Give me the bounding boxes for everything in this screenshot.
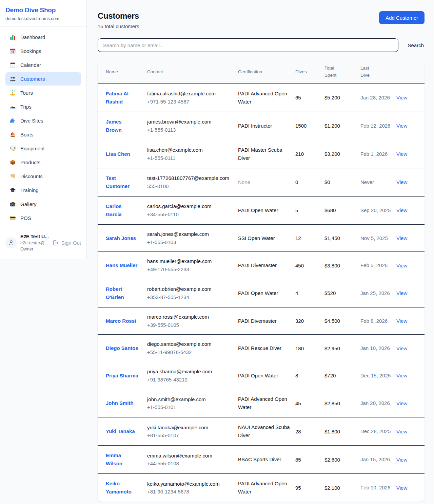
customer-total-spent: $4,500 — [324, 318, 340, 324]
sidebar-item-label: Boats — [20, 132, 33, 137]
customer-dives: 65 — [295, 95, 301, 100]
customer-dives: 85 — [295, 457, 301, 463]
view-customer-link[interactable]: View — [396, 151, 407, 157]
total-spent-cell: $2,950 — [324, 335, 360, 362]
customer-dives: 450 — [295, 263, 304, 268]
table-row: Lisa Chen lisa.chen@example.com +1-555-0… — [98, 140, 425, 168]
customer-phone: +353-87-555-1234 — [147, 294, 233, 301]
customer-total-spent: $2,850 — [324, 400, 340, 406]
name-cell: Sarah Jones — [98, 224, 147, 252]
column-header: Dives — [295, 60, 324, 83]
customer-phone: +91-98765-43210 — [147, 376, 233, 384]
sidebar-item-pos[interactable]: POS — [5, 211, 81, 225]
customer-name-link[interactable]: Lisa Chen — [106, 150, 130, 158]
customer-name-link[interactable]: Robert O'Brien — [106, 285, 138, 301]
customer-phone: 555-0100 — [147, 183, 233, 190]
view-customer-link[interactable]: View — [396, 429, 407, 434]
sidebar-item-training[interactable]: Training — [5, 184, 81, 197]
action-cell: View — [396, 224, 425, 252]
table-row: Priya Sharma priya.sharma@example.com +9… — [98, 362, 425, 389]
customer-dives: 95 — [295, 485, 301, 491]
customer-email: keiko.yamamoto@example.com — [147, 480, 233, 488]
sidebar-item-dashboard[interactable]: Dashboard — [5, 31, 81, 44]
view-customer-link[interactable]: View — [396, 263, 407, 268]
dives-cell: 180 — [295, 335, 324, 362]
customer-email: priya.sharma@example.com — [147, 368, 233, 375]
view-customer-link[interactable]: View — [396, 95, 407, 100]
contact-cell: hans.mueller@example.com +49-170-555-223… — [147, 252, 238, 279]
name-cell: Yuki Tanaka — [98, 417, 147, 446]
column-header — [396, 60, 425, 83]
sidebar-item-discounts[interactable]: Discounts — [5, 170, 81, 183]
sidebar-item-trips[interactable]: Trips — [5, 100, 81, 113]
sidebar-item-bookings[interactable]: Bookings — [5, 44, 81, 58]
customer-certification: BSAC Sports Diver — [238, 455, 291, 464]
contact-cell: fatima.alrashid@example.com +971-55-123-… — [147, 83, 238, 112]
customer-email: james.brown@example.com — [147, 118, 233, 126]
customer-name-link[interactable]: Priya Sharma — [106, 372, 138, 380]
view-customer-link[interactable]: View — [396, 290, 407, 296]
certification-cell: PADI Open Water — [238, 196, 295, 224]
customer-name-link[interactable]: Sarah Jones — [106, 234, 136, 242]
contact-cell: carlos.garcia@example.com +34-555-0110 — [147, 196, 238, 224]
customer-name-link[interactable]: James Brown — [106, 118, 138, 134]
certification-cell: None — [238, 168, 295, 196]
customer-name-link[interactable]: Keiko Yamamoto — [106, 480, 138, 496]
customer-phone: +39-555-0105 — [147, 321, 233, 329]
dives-cell: 4 — [295, 279, 324, 307]
sidebar-item-customers[interactable]: Customers — [5, 72, 81, 86]
customer-name-link[interactable]: Hans Mueller — [106, 261, 137, 269]
customer-name-link[interactable]: Marco Rossi — [106, 317, 136, 325]
last-dive-cell: Never — [360, 168, 396, 196]
sidebar-item-tours[interactable]: Tours — [5, 86, 81, 99]
customer-name-link[interactable]: Emma Wilson — [106, 451, 138, 468]
sidebar-item-dive-sites[interactable]: Dive Sites — [5, 114, 81, 127]
customer-phone: +1-555-0101 — [147, 404, 233, 411]
add-customer-button[interactable]: Add Customer — [379, 11, 425, 24]
sidebar-item-calendar[interactable]: Calendar — [5, 58, 81, 72]
view-customer-link[interactable]: View — [396, 400, 407, 406]
last-dive-cell: Feb 8, 2026 — [360, 307, 396, 335]
customer-name-link[interactable]: Test Customer — [106, 174, 138, 190]
certification-cell: PADI Divemaster — [238, 252, 295, 279]
certification-cell: PADI Divemaster — [238, 307, 295, 335]
sidebar-item-products[interactable]: Products — [5, 156, 81, 169]
table-row: Yuki Tanaka yuki.tanaka@example.com +81-… — [98, 417, 425, 446]
view-customer-link[interactable]: View — [396, 485, 407, 491]
view-customer-link[interactable]: View — [396, 235, 407, 241]
credit-card-icon — [9, 215, 16, 221]
view-customer-link[interactable]: View — [396, 457, 407, 463]
view-customer-link[interactable]: View — [396, 373, 407, 378]
package-icon — [9, 159, 16, 166]
sidebar-item-gallery[interactable]: Gallery — [5, 198, 81, 211]
sidebar-item-equipment[interactable]: Equipment — [5, 142, 81, 155]
customer-total-spent: $1,450 — [324, 235, 340, 241]
view-customer-link[interactable]: View — [396, 179, 407, 185]
customer-name-link[interactable]: Yuki Tanaka — [106, 427, 135, 435]
graduation-cap-icon — [9, 187, 16, 193]
action-cell: View — [396, 83, 425, 112]
view-customer-link[interactable]: View — [396, 207, 407, 213]
dives-cell: 28 — [295, 417, 324, 446]
sidebar-item-boats[interactable]: Boats — [5, 128, 81, 141]
sign-out-button[interactable]: Sign Out — [53, 240, 81, 246]
customer-name-link[interactable]: John Smith — [106, 399, 134, 407]
view-customer-link[interactable]: View — [396, 318, 407, 324]
customer-name-link[interactable]: Fatima Al-Rashid — [106, 90, 138, 106]
search-input[interactable] — [98, 38, 398, 52]
customer-name-link[interactable]: Diego Santos — [106, 344, 138, 352]
customer-last-dive: Jan 10, 2026 — [360, 345, 390, 351]
search-button[interactable]: Search — [407, 42, 425, 48]
last-dive-cell: Jan 28, 2026 — [360, 83, 396, 112]
customer-dives: 45 — [295, 400, 301, 406]
customer-dives: 320 — [295, 318, 304, 324]
view-customer-link[interactable]: View — [396, 346, 407, 351]
name-cell: Fatima Al-Rashid — [98, 83, 147, 112]
customer-name-link[interactable]: Carlos Garcia — [106, 202, 138, 219]
customer-phone: +1-555-0113 — [147, 126, 233, 134]
sidebar-nav: Dashboard Bookings Calendar Customers To… — [0, 26, 86, 229]
search-row: Search — [98, 38, 425, 52]
customer-certification: PADI Rescue Diver — [238, 344, 291, 352]
view-customer-link[interactable]: View — [396, 123, 407, 129]
main-content: Customers 15 total customers Add Custome… — [87, 0, 434, 504]
